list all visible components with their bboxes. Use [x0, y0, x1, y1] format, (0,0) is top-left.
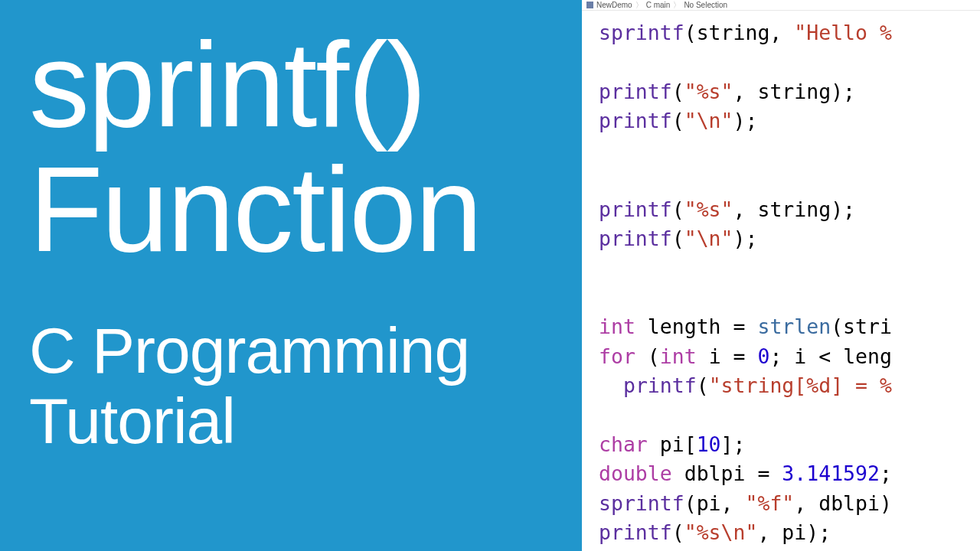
code-token: ( [672, 197, 684, 221]
code-token: "\n" [684, 109, 733, 132]
code-token: , dblpi) [794, 491, 892, 515]
code-token: ( [672, 227, 684, 250]
code-token: int [599, 315, 635, 338]
title-line-1: sprintf() [29, 21, 557, 148]
code-token: 0 [757, 344, 769, 368]
code-token: 10 [697, 432, 721, 456]
code-token: sprintf [599, 21, 684, 44]
code-token: pi[ [648, 432, 697, 456]
project-icon [586, 2, 593, 8]
code-token: ); [733, 227, 758, 250]
code-token: 3.141592 [782, 461, 880, 485]
code-token: , string); [733, 197, 856, 221]
code-token: ( [697, 373, 709, 397]
code-token: , string); [733, 80, 856, 103]
code-token: ( [635, 344, 660, 368]
code-token: "%s" [684, 197, 733, 221]
code-token: "%f" [745, 491, 794, 515]
code-token: ; [880, 461, 892, 485]
code-token: char [599, 432, 648, 456]
code-token: double [599, 461, 672, 485]
code-token: "\n" [684, 227, 733, 250]
code-token: for [599, 344, 635, 368]
code-token: i = [697, 344, 758, 368]
breadcrumb-separator-icon: 〉 [673, 0, 681, 11]
code-token: "%s" [684, 80, 733, 103]
code-token: printf [599, 227, 672, 250]
code-token: printf [599, 197, 672, 221]
code-token: ); [733, 109, 758, 132]
code-token: ; i < leng [769, 344, 892, 368]
title-line-2: Function [29, 148, 557, 269]
code-token: , pi); [757, 520, 831, 544]
code-token: ( [672, 109, 684, 132]
code-token: sprintf [599, 491, 684, 515]
title-panel: sprintf() Function C Programming Tutoria… [0, 0, 582, 551]
breadcrumb[interactable]: NewDemo 〉 C main 〉 No Selection [582, 0, 980, 11]
code-token: "Hello % [794, 21, 892, 44]
breadcrumb-symbol[interactable]: C main [646, 1, 671, 9]
code-token: dblpi = [672, 461, 782, 485]
code-token: ]; [721, 432, 746, 456]
code-token: length = [635, 315, 758, 338]
code-token: (pi, [684, 491, 746, 515]
code-token: "string[%d] = % [709, 373, 892, 397]
code-token: printf [599, 109, 672, 132]
breadcrumb-separator-icon: 〉 [635, 0, 643, 11]
code-token: printf [599, 80, 672, 103]
code-token [599, 373, 623, 397]
code-token: printf [623, 373, 697, 397]
breadcrumb-selection[interactable]: No Selection [684, 1, 727, 9]
code-token: (string, [684, 21, 795, 44]
code-token: ( [672, 80, 684, 103]
code-token: "%s\n" [684, 520, 758, 544]
code-token: strlen [757, 315, 831, 338]
code-token: printf [599, 520, 672, 544]
breadcrumb-project[interactable]: NewDemo [596, 1, 632, 9]
code-token: (stri [831, 315, 892, 338]
code-token: int [660, 344, 697, 368]
code-editor-panel: NewDemo 〉 C main 〉 No Selection sprintf(… [582, 0, 980, 551]
subtitle-line-2: Tutorial [29, 385, 235, 457]
code-token: ( [672, 520, 684, 544]
code-editor[interactable]: sprintf(string, "Hello % printf("%s", st… [582, 11, 980, 551]
subtitle-line-1: C Programming [29, 315, 469, 386]
subtitle: C Programming Tutorial [29, 315, 557, 457]
